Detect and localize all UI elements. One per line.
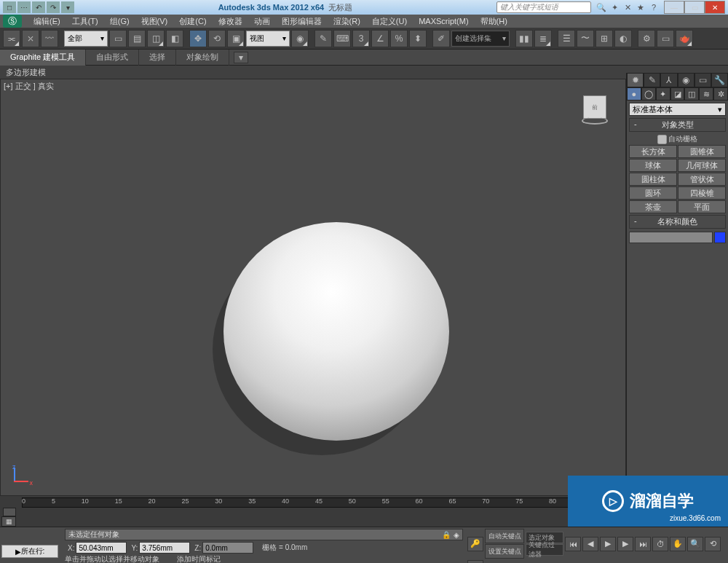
- shapes-subtab-icon[interactable]: ◯: [641, 87, 656, 101]
- keyboard-shortcut-icon[interactable]: ⌨: [333, 30, 351, 47]
- motion-tab-icon[interactable]: ◉: [678, 73, 695, 87]
- minimize-button[interactable]: —: [664, 1, 684, 14]
- maximize-button[interactable]: ▭: [684, 1, 705, 14]
- align-icon[interactable]: ≣: [534, 30, 552, 47]
- select-name-icon[interactable]: ▤: [128, 30, 146, 47]
- select-region-icon[interactable]: ◫: [147, 30, 165, 47]
- display-tab-icon[interactable]: ▭: [695, 73, 711, 87]
- mirror-icon[interactable]: ▮▮: [515, 30, 533, 47]
- menu-item[interactable]: 组(G): [104, 16, 135, 27]
- help-search-input[interactable]: 键入关键字或短语: [496, 1, 591, 13]
- primitive-button[interactable]: 几何球体: [678, 159, 726, 172]
- menu-item[interactable]: 工具(T): [66, 16, 104, 27]
- primitive-button[interactable]: 长方体: [629, 145, 677, 158]
- qat-open-icon[interactable]: ⋯: [17, 1, 31, 13]
- subscription-icon[interactable]: ✦: [609, 1, 620, 13]
- object-type-rollout[interactable]: 对象类型: [629, 118, 726, 132]
- menu-item[interactable]: 自定义(U): [366, 16, 413, 27]
- angle-snap-icon[interactable]: ∠: [371, 30, 389, 47]
- layers-icon[interactable]: ☰: [558, 30, 575, 47]
- hierarchy-tab-icon[interactable]: ⅄: [660, 73, 677, 87]
- manipulate-icon[interactable]: ✎: [314, 30, 332, 47]
- viewcube-face[interactable]: 前: [583, 95, 606, 119]
- menu-item[interactable]: 创建(C): [173, 16, 212, 27]
- modify-tab-icon[interactable]: ✎: [644, 73, 660, 87]
- viewport[interactable]: [+] 正交 ] 真实 前 zx: [0, 79, 626, 496]
- named-selection-dropdown[interactable]: 创建选择集: [451, 31, 510, 47]
- key-icon[interactable]: 🔑: [467, 537, 483, 551]
- favorite-icon[interactable]: ★: [635, 1, 646, 13]
- lights-subtab-icon[interactable]: ✦: [656, 87, 670, 101]
- cameras-subtab-icon[interactable]: ◪: [670, 87, 685, 101]
- menu-item[interactable]: 帮助(H): [475, 16, 513, 27]
- geometry-subtab-icon[interactable]: ●: [627, 87, 641, 101]
- qat-redo-icon[interactable]: ↷: [47, 1, 60, 13]
- object-color-swatch[interactable]: [714, 232, 726, 243]
- curve-editor-icon[interactable]: 〜: [577, 30, 594, 47]
- ribbon-tab[interactable]: 对象绘制: [176, 50, 229, 66]
- primitive-button[interactable]: 圆柱体: [629, 173, 677, 186]
- time-config-icon[interactable]: ⏱: [652, 537, 668, 551]
- category-dropdown[interactable]: 标准基本体: [629, 103, 726, 116]
- goto-end-icon[interactable]: ⏭: [635, 537, 651, 551]
- autokey-button[interactable]: 自动关键点: [485, 529, 524, 543]
- primitive-button[interactable]: 茶壶: [629, 200, 677, 213]
- spacewarps-subtab-icon[interactable]: ≋: [699, 87, 713, 101]
- qat-new-icon[interactable]: □: [3, 1, 16, 13]
- primitive-button[interactable]: 圆环: [629, 186, 677, 200]
- menu-item[interactable]: MAXScript(M): [413, 17, 474, 25]
- object-name-input[interactable]: [629, 232, 713, 243]
- bind-spacewarp-icon[interactable]: 〰: [41, 30, 58, 47]
- search-icon[interactable]: 🔍: [596, 1, 607, 13]
- setkey-button[interactable]: 设置关键点: [485, 544, 524, 559]
- systems-subtab-icon[interactable]: ✲: [713, 87, 728, 101]
- play-icon[interactable]: ▶: [600, 537, 616, 551]
- rendered-frame-icon[interactable]: ▭: [657, 30, 674, 47]
- prev-frame-icon[interactable]: ◀: [582, 537, 598, 551]
- primitive-button[interactable]: 圆锥体: [678, 145, 726, 158]
- application-menu-icon[interactable]: Ⓢ: [3, 15, 22, 28]
- scale-icon[interactable]: ▣: [227, 30, 245, 47]
- menu-item[interactable]: 渲染(R): [328, 16, 366, 27]
- selection-filter-dropdown[interactable]: 全部: [64, 31, 108, 47]
- select-icon[interactable]: ▭: [109, 30, 127, 47]
- close-button[interactable]: ✕: [705, 1, 725, 14]
- percent-snap-icon[interactable]: %: [390, 30, 408, 47]
- viewcube[interactable]: 前: [577, 92, 612, 127]
- qat-undo-icon[interactable]: ↶: [32, 1, 45, 13]
- name-color-rollout[interactable]: 名称和颜色: [629, 215, 726, 229]
- render-setup-icon[interactable]: ⚙: [638, 30, 655, 47]
- helpers-subtab-icon[interactable]: ◫: [684, 87, 699, 101]
- render-icon[interactable]: 🫖: [676, 30, 693, 47]
- next-frame-icon[interactable]: ▶: [617, 537, 633, 551]
- spinner-snap-icon[interactable]: ⬍: [409, 30, 427, 47]
- isolate-icon[interactable]: ◈: [454, 531, 459, 539]
- ribbon-tab[interactable]: 自由形式: [86, 50, 139, 66]
- rotate-icon[interactable]: ⟲: [208, 30, 226, 47]
- viewport-label[interactable]: [+] 正交 ] 真实: [4, 81, 54, 92]
- trackbar-toggle-icon[interactable]: ▦: [1, 516, 16, 527]
- primitive-button[interactable]: 四棱锥: [678, 186, 726, 200]
- material-editor-icon[interactable]: ◐: [614, 30, 632, 47]
- edit-named-sel-icon[interactable]: ✐: [432, 30, 450, 47]
- y-coord-input[interactable]: 3.756mm: [139, 542, 190, 554]
- menu-item[interactable]: 动画: [248, 16, 276, 27]
- z-coord-input[interactable]: 0.0mm: [202, 542, 253, 554]
- goto-start-icon[interactable]: ⏮: [565, 537, 581, 551]
- move-icon[interactable]: ✥: [189, 30, 207, 47]
- primitive-button[interactable]: 球体: [629, 159, 677, 172]
- orbit-icon[interactable]: ⟲: [705, 537, 721, 551]
- snap-toggle-icon[interactable]: 3: [352, 30, 370, 47]
- schematic-view-icon[interactable]: ⊞: [596, 30, 613, 47]
- create-tab-icon[interactable]: ✹: [627, 73, 644, 87]
- help-icon[interactable]: ?: [648, 1, 660, 13]
- maximize-viewport-icon[interactable]: ⛶: [467, 560, 483, 563]
- unlink-icon[interactable]: ⤫: [22, 30, 39, 47]
- script-line-button[interactable]: ▶ 所在行:: [1, 545, 58, 558]
- x-coord-input[interactable]: 50.043mm: [76, 542, 127, 554]
- exchange-icon[interactable]: ✕: [622, 1, 633, 13]
- window-crossing-icon[interactable]: ◧: [166, 30, 183, 47]
- menu-item[interactable]: 编辑(E): [28, 16, 66, 27]
- menu-item[interactable]: 视图(V): [135, 16, 174, 27]
- ref-coord-dropdown[interactable]: 视图: [246, 31, 290, 47]
